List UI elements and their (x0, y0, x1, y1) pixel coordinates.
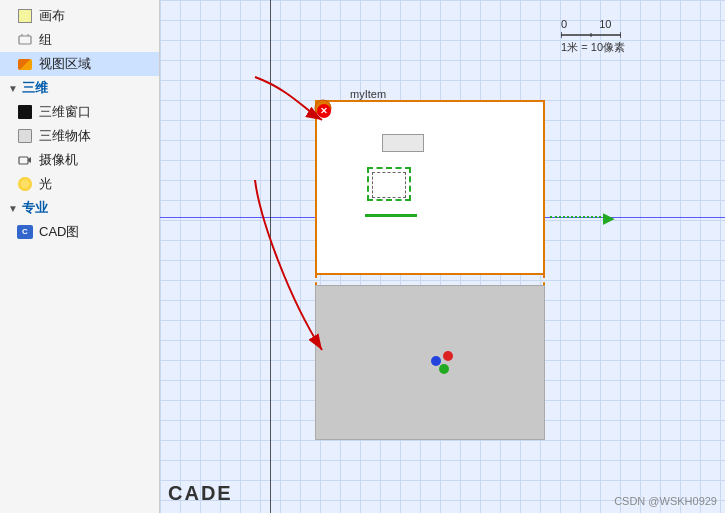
sidebar-section-3d-label: 三维 (22, 79, 48, 97)
arrow-icon-pro: ▼ (8, 203, 18, 214)
arrow-icon-3d: ▼ (8, 83, 18, 94)
ruler-num-10: 10 (599, 18, 611, 30)
svg-point-10 (431, 356, 441, 366)
csdn-watermark: CSDN @WSKH0929 (614, 495, 717, 507)
sidebar-item-3dwindow[interactable]: 三维窗口 (0, 100, 159, 124)
sidebar-item-viewport[interactable]: 视图区域 (0, 52, 159, 76)
sidebar-item-cad-label: CAD图 (39, 223, 79, 241)
my-item-label: myItem (350, 88, 386, 100)
sidebar-section-3d[interactable]: ▼ 三维 (0, 76, 159, 100)
ruler-bar-svg (561, 30, 621, 40)
sidebar-item-canvas-label: 画布 (39, 7, 65, 25)
canvas-icon (16, 7, 34, 25)
3dobject-icon (16, 127, 34, 145)
sidebar-item-group-label: 组 (39, 31, 52, 49)
inner-rect-gray (382, 134, 424, 152)
inner-green-line (365, 214, 417, 217)
vertical-axis (270, 0, 271, 513)
ruler-num-0: 0 (561, 18, 567, 30)
viewport-inner-bottom (315, 285, 545, 440)
cad-icon: C (16, 223, 34, 241)
camera-icon (16, 151, 34, 169)
group-icon (16, 31, 34, 49)
sidebar-section-pro-label: 专业 (22, 199, 48, 217)
light-icon (16, 175, 34, 193)
sidebar-item-3dobject-label: 三维物体 (39, 127, 91, 145)
sidebar-item-light[interactable]: 光 (0, 172, 159, 196)
sidebar-item-camera[interactable]: 摄像机 (0, 148, 159, 172)
sidebar-item-viewport-label: 视图区域 (39, 55, 91, 73)
dotted-line-right (550, 216, 605, 218)
viewport-icon (16, 55, 34, 73)
ruler-area: 0 10 1米 = 10像素 (561, 18, 625, 55)
viewport-inner-top (315, 100, 545, 275)
ruler-scale-text: 1米 = 10像素 (561, 40, 625, 55)
sidebar-item-group[interactable]: 组 (0, 28, 159, 52)
svg-rect-3 (19, 157, 28, 164)
sidebar-section-pro[interactable]: ▼ 专业 (0, 196, 159, 220)
svg-point-12 (439, 364, 449, 374)
cade-label: CADE (168, 482, 233, 505)
sidebar-item-canvas[interactable]: 画布 (0, 4, 159, 28)
main-canvas[interactable]: 0 10 1米 = 10像素 myItem ✕ (160, 0, 725, 513)
inner-rect-dark-dashed (372, 172, 406, 198)
svg-rect-0 (19, 36, 31, 44)
sidebar-item-camera-label: 摄像机 (39, 151, 78, 169)
sidebar: 画布 组 视图区域 ▼ 三维 三维窗口 三维物体 摄像 (0, 0, 160, 513)
dotted-arrow-tip: ▶ (603, 210, 614, 226)
red-x-icon: ✕ (317, 104, 331, 118)
sidebar-item-3dwindow-label: 三维窗口 (39, 103, 91, 121)
sidebar-item-light-label: 光 (39, 175, 52, 193)
sidebar-item-3dobject[interactable]: 三维物体 (0, 124, 159, 148)
3dwindow-icon (16, 103, 34, 121)
svg-point-11 (443, 351, 453, 361)
ruler-numbers: 0 10 (561, 18, 611, 30)
3d-axis-svg (416, 341, 466, 381)
sidebar-item-cad[interactable]: C CAD图 (0, 220, 159, 244)
